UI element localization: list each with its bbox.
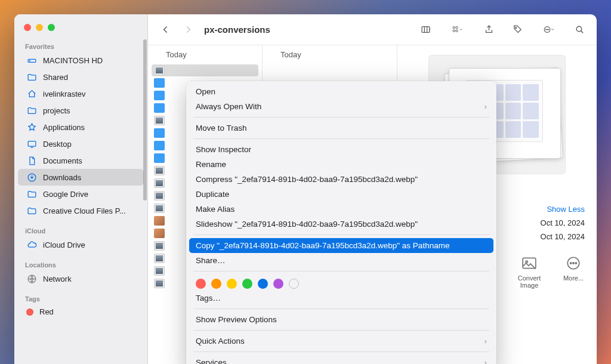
sidebar-item-label: iCloud Drive xyxy=(43,240,85,249)
sidebar-item-projects[interactable]: projects xyxy=(18,102,144,119)
sidebar-item-label: Applications xyxy=(43,123,85,132)
folder-icon xyxy=(26,72,37,82)
column-header: Today xyxy=(263,45,397,64)
separator xyxy=(193,138,489,139)
sidebar-scrollbar[interactable] xyxy=(143,39,147,200)
sidebar-item-label: Desktop xyxy=(43,140,72,149)
tag-orange[interactable] xyxy=(211,279,221,289)
svg-point-13 xyxy=(547,29,547,30)
ctx-always-open-with[interactable]: Always Open With› xyxy=(186,99,496,114)
ctx-show-inspector[interactable]: Show Inspector xyxy=(186,142,496,157)
sidebar-item-creative-cloud[interactable]: Creative Cloud Files P... xyxy=(18,202,144,219)
folder-icon xyxy=(26,205,37,216)
quick-actions-bar: Convert Image More... xyxy=(514,254,585,289)
sidebar-item-downloads[interactable]: Downloads xyxy=(18,169,144,186)
tag-yellow[interactable] xyxy=(227,279,237,289)
svg-point-20 xyxy=(573,263,574,264)
sidebar-item-applications[interactable]: Applications xyxy=(18,119,144,135)
image-thumbnail-icon xyxy=(154,254,165,263)
sidebar-item-google-drive[interactable]: Google Drive xyxy=(18,186,144,202)
tag-none[interactable] xyxy=(289,279,299,289)
svg-point-1 xyxy=(29,60,30,61)
ctx-duplicate[interactable]: Duplicate xyxy=(186,187,496,202)
sidebar-item-icloud-drive[interactable]: iCloud Drive xyxy=(18,236,144,253)
sidebar-item-network[interactable]: Network xyxy=(18,270,144,287)
svg-point-10 xyxy=(515,27,516,29)
tag-purple[interactable] xyxy=(273,279,283,289)
separator xyxy=(193,271,489,272)
ctx-slideshow[interactable]: Slideshow "_2efa7914-891b-4d02-baa9-7a19… xyxy=(186,217,496,232)
sidebar-section-favorites: Favorites xyxy=(14,39,147,52)
close-button[interactable] xyxy=(24,24,31,31)
sidebar-item-label: Google Drive xyxy=(43,190,88,199)
ctx-share[interactable]: Share… xyxy=(186,253,496,268)
ctx-compress[interactable]: Compress "_2efa7914-891b-4d02-baa9-7a195… xyxy=(186,172,496,187)
folder-icon xyxy=(154,141,165,150)
toolbar: px-conversions xyxy=(148,14,597,45)
ctx-services[interactable]: Services› xyxy=(186,355,496,364)
image-thumbnail-icon xyxy=(154,116,165,125)
file-item[interactable] xyxy=(152,64,258,76)
sidebar-item-label: Red xyxy=(39,307,54,316)
svg-rect-8 xyxy=(456,27,458,29)
tag-green[interactable] xyxy=(242,279,252,289)
sidebar-item-documents[interactable]: Documents xyxy=(18,152,144,169)
sidebar-item-label: Shared xyxy=(43,73,68,82)
image-thumbnail-icon xyxy=(154,203,165,213)
share-button[interactable] xyxy=(480,21,498,38)
qa-label: More... xyxy=(563,274,584,282)
document-icon xyxy=(26,155,37,166)
folder-icon xyxy=(26,105,37,116)
network-icon xyxy=(26,273,37,284)
folder-icon xyxy=(154,91,165,100)
svg-point-19 xyxy=(570,263,572,264)
ctx-make-alias[interactable]: Make Alias xyxy=(186,202,496,217)
zoom-button[interactable] xyxy=(48,24,55,31)
sidebar-item-home[interactable]: ivelinkrastev xyxy=(18,85,144,102)
ctx-show-preview-options[interactable]: Show Preview Options xyxy=(186,312,496,327)
created-date: Oct 10, 2024 xyxy=(541,218,585,227)
sidebar-item-desktop[interactable]: Desktop xyxy=(18,135,144,152)
qa-label: Convert Image xyxy=(514,274,544,289)
download-icon xyxy=(26,172,37,183)
image-thumbnail-icon xyxy=(154,241,165,251)
separator xyxy=(193,351,489,352)
group-button[interactable] xyxy=(445,21,469,38)
ctx-open[interactable]: Open xyxy=(186,84,496,99)
separator xyxy=(193,309,489,309)
more-icon xyxy=(562,254,585,272)
sidebar-item-label: ivelinkrastev xyxy=(43,90,86,98)
minimize-button[interactable] xyxy=(36,24,43,31)
ctx-quick-actions[interactable]: Quick Actions› xyxy=(186,334,496,348)
ctx-move-to-trash[interactable]: Move to Trash xyxy=(186,121,496,135)
image-thumbnail-icon xyxy=(154,216,165,226)
action-button[interactable] xyxy=(537,21,560,38)
chevron-right-icon: › xyxy=(485,358,487,364)
sidebar: Favorites MACINTOSH HD Shared ivelinkras… xyxy=(14,14,148,364)
image-thumbnail-icon xyxy=(154,166,165,175)
drive-icon xyxy=(26,55,37,66)
search-button[interactable] xyxy=(570,21,588,38)
tag-red[interactable] xyxy=(196,279,206,289)
svg-point-15 xyxy=(576,26,582,32)
image-icon xyxy=(518,254,541,272)
tag-blue[interactable] xyxy=(258,279,268,289)
convert-image-action[interactable]: Convert Image xyxy=(514,254,544,289)
image-thumbnail-icon xyxy=(154,279,165,288)
column-header: Today xyxy=(148,45,262,64)
ctx-tags[interactable]: Tags… xyxy=(186,291,496,306)
forward-button[interactable] xyxy=(179,21,197,38)
tags-button[interactable] xyxy=(508,21,526,38)
sidebar-item-tag-red[interactable]: Red xyxy=(18,304,144,319)
sidebar-item-shared[interactable]: Shared xyxy=(18,69,144,85)
sidebar-item-label: MACINTOSH HD xyxy=(43,56,103,65)
back-button[interactable] xyxy=(156,21,174,38)
sidebar-item-label: Downloads xyxy=(43,173,81,182)
ctx-copy-pathname[interactable]: Copy "_2efa7914-891b-4d02-baa9-7a195bcd3… xyxy=(189,238,493,253)
sidebar-item-macintosh-hd[interactable]: MACINTOSH HD xyxy=(18,52,144,69)
view-mode-button[interactable] xyxy=(416,21,434,38)
svg-point-12 xyxy=(545,29,546,30)
modified-date: Oct 10, 2024 xyxy=(541,232,585,241)
ctx-rename[interactable]: Rename xyxy=(186,157,496,172)
more-action[interactable]: More... xyxy=(562,254,585,289)
